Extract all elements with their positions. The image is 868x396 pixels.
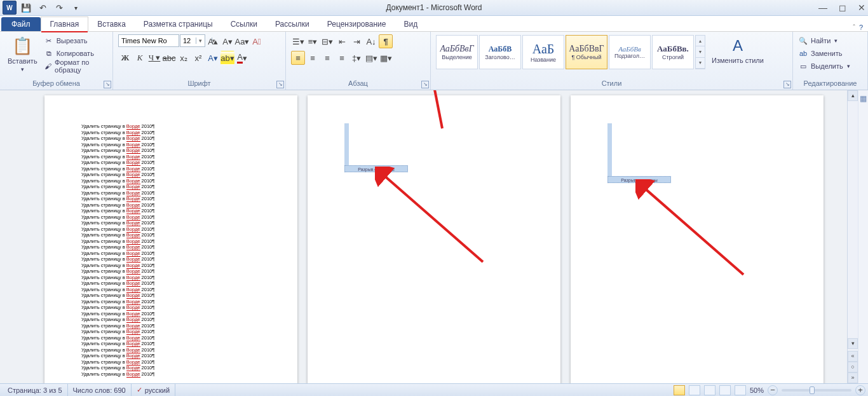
change-styles-label: Изменить стили	[712, 57, 764, 64]
view-print-layout[interactable]	[674, 385, 685, 395]
view-fullscreen[interactable]	[689, 385, 700, 395]
shading-icon[interactable]: ▤▾	[364, 51, 378, 65]
italic-icon[interactable]: К	[133, 51, 147, 65]
borders-icon[interactable]: ▦▾	[379, 51, 393, 65]
gallery-nav[interactable]: ▴▾▾	[695, 35, 705, 69]
view-web[interactable]	[704, 385, 715, 395]
change-case-icon[interactable]: Aa▾	[235, 34, 249, 48]
bullets-icon[interactable]: ☰▾	[291, 34, 305, 48]
word-app-icon[interactable]: W	[3, 1, 17, 15]
style-title[interactable]: АаБНазвание	[522, 35, 564, 69]
copy-button[interactable]: ⧉Копировать	[44, 47, 107, 60]
zoom-level[interactable]: 50%	[750, 386, 764, 394]
tab-insert[interactable]: Вставка	[88, 17, 135, 31]
font-launcher[interactable]: ↘	[276, 81, 284, 88]
paste-label: Вставить	[8, 57, 37, 65]
change-styles-button[interactable]: A Изменить стили	[709, 34, 766, 65]
style-strong[interactable]: АаБбВв.Строгий	[652, 35, 694, 69]
text-effects-icon[interactable]: A▾	[206, 51, 220, 65]
grow-font-icon[interactable]: A▴	[206, 34, 220, 48]
status-wordcount[interactable]: Число слов: 690	[68, 384, 132, 396]
browse-prev-icon[interactable]: «	[848, 351, 858, 362]
style-subtitle[interactable]: АаБбВвПодзагол…	[609, 35, 651, 69]
page-1[interactable]: Удалить страницу в Ворде 2010¶Удалить ст…	[44, 95, 297, 383]
group-clipboard: 📋 Вставить ▾ ✂Вырезать ⧉Копировать 🖌Форм…	[0, 32, 113, 90]
minimize-icon[interactable]: —	[818, 3, 827, 13]
close-icon[interactable]: ✕	[858, 3, 865, 13]
bold-icon[interactable]: Ж	[118, 51, 132, 65]
font-name-combo[interactable]: ▾	[118, 34, 179, 47]
status-language[interactable]: ✓русский	[132, 384, 175, 396]
format-painter-button[interactable]: 🖌Формат по образцу	[44, 60, 107, 72]
style-emphasis[interactable]: АаБбВвГВыделение	[436, 35, 478, 69]
tab-file[interactable]: Файл	[1, 17, 41, 31]
cut-button[interactable]: ✂Вырезать	[44, 34, 107, 47]
show-marks-icon[interactable]: ¶	[379, 34, 393, 48]
paste-button[interactable]: 📋 Вставить ▾	[5, 34, 40, 74]
align-right-icon[interactable]: ≡	[320, 51, 334, 65]
tab-view[interactable]: Вид	[395, 17, 426, 31]
redo-icon[interactable]: ↷	[52, 1, 66, 15]
zoom-out-icon[interactable]: −	[768, 385, 778, 395]
zoom-in-icon[interactable]: +	[855, 385, 865, 395]
outdent-icon[interactable]: ⇤	[335, 34, 349, 48]
font-size-input[interactable]	[180, 37, 196, 44]
strike-icon[interactable]: abc	[162, 51, 176, 65]
style-heading[interactable]: АаБбВЗаголово…	[479, 35, 521, 69]
clear-format-icon[interactable]: Aͯ	[250, 34, 264, 48]
font-color-icon[interactable]: A▾	[235, 51, 249, 65]
subscript-icon[interactable]: x₂	[177, 51, 191, 65]
find-button[interactable]: 🔍Найти▾	[798, 34, 837, 47]
align-center-icon[interactable]: ≡	[306, 51, 320, 65]
save-icon[interactable]: 💾	[19, 1, 33, 15]
vertical-scrollbar[interactable]: ▴ ▾ « ○ »	[847, 90, 858, 383]
highlight-icon[interactable]: ab▾	[220, 51, 234, 65]
status-page[interactable]: Страница: 3 из 5	[3, 384, 68, 396]
browse-next-icon[interactable]: »	[848, 372, 858, 383]
justify-icon[interactable]: ≡	[335, 51, 349, 65]
qat-more-icon[interactable]: ▾	[69, 1, 83, 15]
find-icon: 🔍	[798, 36, 808, 46]
superscript-icon[interactable]: x²	[191, 51, 205, 65]
multilevel-icon[interactable]: ⊟▾	[320, 34, 334, 48]
tab-mailings[interactable]: Рассылки	[266, 17, 318, 31]
ruler-toggle-icon[interactable]: ▦	[860, 94, 867, 103]
clipboard-launcher[interactable]: ↘	[104, 81, 111, 88]
line-spacing-icon[interactable]: ‡▾	[349, 51, 363, 65]
undo-icon[interactable]: ↶	[36, 1, 50, 15]
align-left-icon[interactable]: ≡	[291, 51, 305, 65]
underline-icon[interactable]: Ч ▾	[147, 51, 161, 65]
group-label-styles: Стили	[436, 78, 787, 88]
tab-review[interactable]: Рецензирование	[318, 17, 395, 31]
page-canvas: Удалить страницу в Ворде 2010¶Удалить ст…	[0, 92, 855, 383]
page-3[interactable]: Разрыв страницы	[571, 95, 824, 383]
shrink-font-icon[interactable]: A▾	[220, 34, 234, 48]
brush-icon: 🖌	[44, 61, 52, 71]
tab-references[interactable]: Ссылки	[222, 17, 266, 31]
styles-launcher[interactable]: ↘	[783, 81, 791, 88]
select-button[interactable]: ▭Выделить▾	[798, 60, 850, 72]
group-label-font: Шрифт	[118, 78, 280, 88]
zoom-slider[interactable]	[782, 389, 851, 392]
tab-layout[interactable]: Разметка страницы	[135, 17, 222, 31]
font-size-combo[interactable]: ▾	[180, 34, 205, 47]
view-outline[interactable]	[719, 385, 731, 395]
minimize-ribbon-icon[interactable]: ˆ	[853, 24, 855, 31]
page-2[interactable]: Разрыв страницы	[308, 95, 560, 383]
help-icon[interactable]: ?	[859, 24, 863, 31]
numbering-icon[interactable]: ≡▾	[306, 34, 320, 48]
replace-button[interactable]: abЗаменить	[798, 47, 842, 60]
paragraph-launcher[interactable]: ↘	[421, 81, 429, 88]
maximize-icon[interactable]: ◻	[839, 3, 846, 13]
indent-icon[interactable]: ⇥	[349, 34, 363, 48]
group-styles: АаБбВвГВыделение АаБбВЗаголово… АаБНазва…	[431, 32, 793, 90]
browse-object-icon[interactable]: ○	[848, 362, 858, 372]
tab-home[interactable]: Главная	[41, 17, 89, 32]
spellcheck-icon: ✓	[137, 386, 142, 394]
scroll-up-icon[interactable]: ▴	[848, 90, 858, 101]
sort-icon[interactable]: A↓	[364, 34, 378, 48]
quick-access-toolbar: W 💾 ↶ ↷ ▾	[0, 1, 83, 15]
scroll-down-icon[interactable]: ▾	[848, 338, 858, 349]
style-normal[interactable]: АаБбВвГ¶ Обычный	[566, 35, 607, 69]
view-draft[interactable]	[735, 385, 746, 395]
